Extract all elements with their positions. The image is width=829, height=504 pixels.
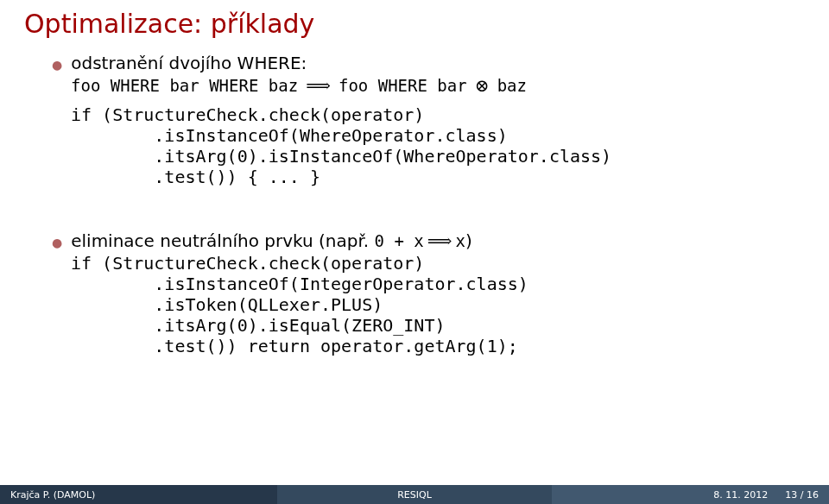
bullet-dot-icon: ●	[52, 59, 62, 71]
otimes-icon: ⊗	[471, 75, 493, 96]
bullet-2-head-b: )	[465, 230, 472, 251]
code-block-1: if (StructureCheck.check(operator) .isIn…	[52, 104, 777, 187]
expr-right-tail: baz	[497, 76, 527, 95]
bullet-1-head: ● odstranění dvojího WHERE:	[52, 53, 777, 73]
expr2-left: 0 + x	[375, 231, 424, 250]
footer-author: Krajča P. (DAMOL)	[0, 485, 277, 504]
bullet-dot-icon: ●	[52, 236, 62, 249]
footer-page: 13 / 16	[785, 489, 819, 501]
footer-right: 8. 11. 2012 13 / 16	[552, 485, 829, 504]
bullet-1: ● odstranění dvojího WHERE: foo WHERE ba…	[52, 53, 777, 187]
slide-title: Optimalizace: příklady	[0, 0, 829, 44]
bullet-2-head-wrap: eliminace neutrálního prvku (např. 0 + x…	[71, 230, 472, 251]
bullet-1-expr: foo WHERE bar WHERE baz ⟹ foo WHERE bar …	[52, 75, 777, 96]
slide: Optimalizace: příklady ● odstranění dvoj…	[0, 0, 829, 504]
footer-title: RESIQL	[277, 485, 552, 504]
footer: Krajča P. (DAMOL) RESIQL 8. 11. 2012 13 …	[0, 485, 829, 504]
expr2-right: x	[455, 231, 465, 250]
bullet-2-head: ● eliminace neutrálního prvku (např. 0 +…	[52, 230, 777, 251]
expr-right: foo WHERE bar	[339, 76, 467, 95]
bullet-2-head-a: eliminace neutrálního prvku (např.	[71, 230, 374, 251]
slide-content: ● odstranění dvojího WHERE: foo WHERE ba…	[0, 44, 829, 356]
bullet-1-head-text: odstranění dvojího WHERE:	[71, 53, 307, 73]
arrow-icon: ⟹	[302, 75, 334, 96]
bullet-2: ● eliminace neutrálního prvku (např. 0 +…	[52, 230, 777, 356]
expr-left: foo WHERE bar WHERE baz	[71, 76, 298, 95]
footer-date: 8. 11. 2012	[713, 489, 768, 501]
code-block-2: if (StructureCheck.check(operator) .isIn…	[52, 253, 777, 356]
arrow-icon: ⟹	[424, 230, 456, 251]
